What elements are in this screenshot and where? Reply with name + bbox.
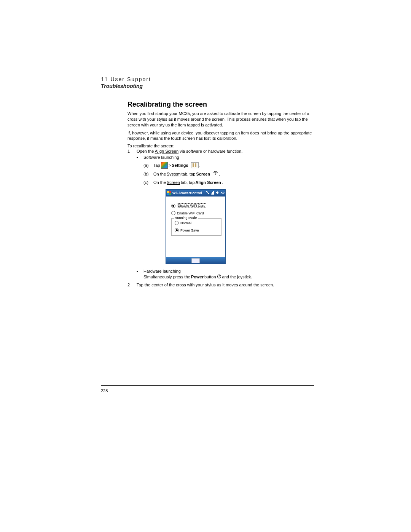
substep-a-pre: Tap	[153, 162, 160, 168]
radio-enable-wifi[interactable]: Enable WiFi Card	[171, 211, 221, 215]
substep-a-post: .	[199, 162, 201, 168]
substep-b: (b) On the System tab, tap Screen .	[143, 171, 314, 177]
connectivity-icon	[206, 191, 210, 195]
power-icon	[217, 274, 221, 280]
speaker-icon	[215, 191, 219, 195]
bullet-software: • Software launching	[137, 155, 314, 160]
heading-recalibrating: Recalibrating the screen	[127, 101, 314, 109]
substep-a-label: (a)	[143, 162, 153, 168]
bullet-software-label: Software launching	[143, 155, 179, 160]
bullet-hardware-label: Hardware launching	[143, 269, 181, 273]
step-1-number: 1	[127, 149, 137, 153]
signal-icon	[211, 191, 214, 195]
substep-c-post: .	[222, 179, 223, 185]
device-screenshot: WiFiPowerControl ok Disable WiFi Card En…	[166, 189, 226, 264]
radio-powersave[interactable]: Power Save	[175, 228, 219, 232]
device-body: Disable WiFi Card Enable WiFi Card Runni…	[166, 197, 225, 257]
radio-enable-label: Enable WiFi Card	[177, 211, 204, 215]
step-1: 1 Open the Align Screen via software or …	[127, 149, 314, 153]
substep-b-post: .	[219, 171, 220, 177]
hardware-instruction: Simultaneously press the Power button an…	[143, 274, 314, 280]
substep-b-mid: tab, tap	[182, 171, 196, 177]
chapter-label: 11 User Support	[101, 76, 314, 82]
svg-rect-5	[213, 191, 214, 195]
step-2-body: Tap the center of the cross with your st…	[137, 283, 314, 287]
hw-bold: Power	[191, 275, 204, 279]
step-1-body: Open the Align Screen via software or ha…	[137, 149, 314, 153]
substep-c-mid: tab, tap	[181, 179, 195, 185]
substep-b-pre: On the	[153, 171, 166, 177]
substep-a: (a) Tap > Settings .	[143, 162, 314, 169]
radio-normal-label: Normal	[180, 221, 191, 225]
settings-icon	[191, 162, 199, 168]
substep-c-bold: Align Screen	[196, 179, 221, 185]
step-2-number: 2	[127, 283, 137, 287]
hw-pre: Simultaneously press the	[143, 275, 190, 279]
start-menu-icon	[161, 162, 168, 169]
substep-b-link: System	[167, 171, 181, 177]
radio-disable-wifi[interactable]: Disable WiFi Card	[171, 203, 221, 208]
bullet-hardware: • Hardware launching	[137, 269, 314, 273]
step-2: 2 Tap the center of the cross with your …	[127, 283, 314, 287]
device-title-text: WiFiPowerControl	[172, 191, 202, 195]
svg-rect-3	[211, 193, 212, 195]
ok-button[interactable]: ok	[220, 191, 225, 195]
hw-post: and the joystick.	[222, 275, 252, 279]
substep-c: (c) On the Screen tab, tap Align Screen.	[143, 179, 314, 185]
bullet-dot-icon-2: •	[137, 269, 143, 273]
screen-wifi-icon	[213, 171, 218, 177]
substep-b-bold: Screen	[196, 171, 210, 177]
paragraph-2: If, however, while using your device, yo…	[127, 130, 314, 142]
svg-rect-4	[212, 192, 213, 195]
substep-c-link: Screen	[167, 179, 180, 185]
footer-rule	[101, 385, 314, 386]
device-titlebar: WiFiPowerControl ok	[166, 190, 225, 197]
radio-disable-label: Disable WiFi Card	[177, 203, 206, 208]
radio-powersave-label: Power Save	[180, 228, 199, 232]
substep-b-label: (b)	[143, 171, 153, 177]
section-title: Troubleshooting	[101, 83, 314, 89]
windows-flag-icon	[167, 191, 171, 195]
substep-c-label: (c)	[143, 179, 153, 185]
hw-mid: button	[204, 275, 216, 279]
step-1-post: via software or hardware function.	[178, 149, 242, 153]
page-content: 11 User Support Troubleshooting Recalibr…	[101, 76, 314, 288]
bullet-dot-icon: •	[137, 155, 143, 160]
step-1-pre: Open the	[137, 149, 155, 153]
procedure-title: To recalibrate the screen:	[127, 144, 314, 148]
running-mode-legend: Running Mode	[174, 216, 198, 220]
substep-a-settings: Settings	[172, 162, 188, 168]
device-footer	[166, 257, 225, 264]
substep-c-pre: On the	[153, 179, 166, 185]
radio-normal[interactable]: Normal	[175, 221, 219, 225]
running-mode-fieldset: Running Mode Normal Power Save	[171, 218, 221, 236]
step-1-link: Align Screen	[155, 149, 178, 153]
keyboard-icon[interactable]	[191, 258, 200, 263]
page-number: 228	[101, 388, 108, 393]
paragraph-1: When you first startup your MC35, you ar…	[127, 111, 314, 128]
substep-a-mid: >	[169, 162, 171, 168]
main-content: Recalibrating the screen When you first …	[127, 101, 314, 287]
svg-point-0	[215, 174, 216, 175]
